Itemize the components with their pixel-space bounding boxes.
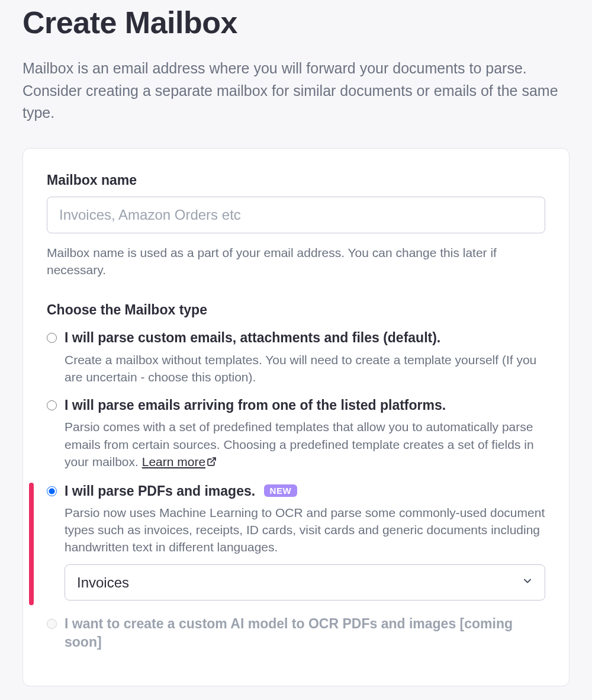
external-link-icon [207,454,217,471]
learn-more-link[interactable]: Learn more [142,455,217,468]
radio-input-custom-ai [47,619,57,629]
radio-desc-platforms: Parsio comes with a set of predefined te… [65,418,545,471]
radio-option-pdf[interactable]: I will parse PDFs and images. NEW Parsio… [47,482,545,601]
mailbox-type-label: Choose the Mailbox type [47,302,545,318]
mailbox-name-helper: Mailbox name is used as a part of your e… [47,244,545,279]
radio-desc-custom: Create a mailbox without templates. You … [65,351,545,386]
radio-title-custom-ai: I want to create a custom AI model to OC… [65,616,513,650]
radio-title-custom: I will parse custom emails, attachments … [65,330,440,345]
radio-title-platforms: I will parse emails arriving from one of… [65,397,446,413]
highlight-bar [29,483,34,605]
radio-option-custom[interactable]: I will parse custom emails, attachments … [47,329,545,386]
radio-input-platforms[interactable] [47,400,57,410]
document-type-select[interactable]: Invoices [65,564,545,601]
radio-desc-pdf: Parsio now uses Machine Learning to OCR … [65,504,545,556]
page-title: Create Mailbox [22,6,570,40]
new-badge: NEW [264,484,298,497]
radio-title-pdf: I will parse PDFs and images. [65,483,255,499]
radio-input-pdf[interactable] [47,486,57,496]
mailbox-type-radiogroup: I will parse custom emails, attachments … [47,329,545,651]
radio-desc-platforms-text: Parsio comes with a set of predefined te… [65,420,534,468]
form-card: Mailbox name Mailbox name is used as a p… [22,148,570,686]
mailbox-name-input[interactable] [47,197,545,233]
svg-line-0 [211,458,215,463]
radio-input-custom[interactable] [47,333,57,343]
radio-option-platforms[interactable]: I will parse emails arriving from one of… [47,396,545,471]
radio-option-custom-ai: I want to create a custom AI model to OC… [47,615,545,651]
mailbox-name-label: Mailbox name [47,172,545,188]
page-description: Mailbox is an email address where you wi… [22,57,570,124]
